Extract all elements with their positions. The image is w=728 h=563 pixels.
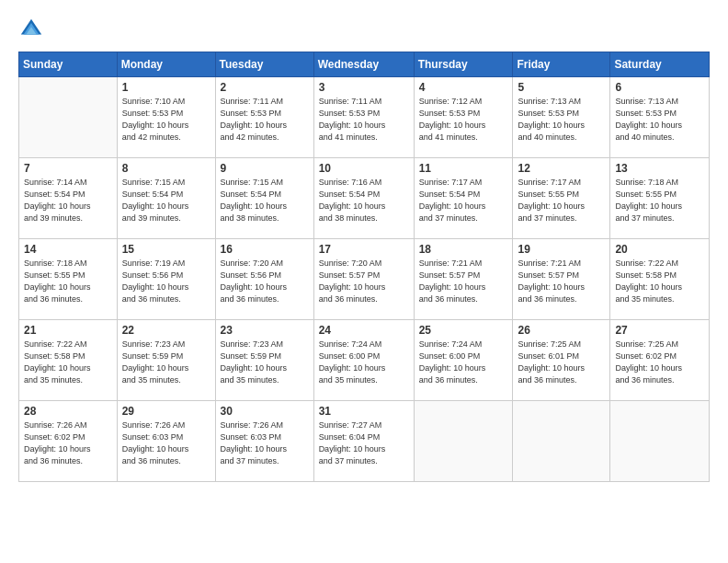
calendar-week-row: 7Sunrise: 7:14 AM Sunset: 5:54 PM Daylig… — [19, 158, 710, 239]
day-info: Sunrise: 7:26 AM Sunset: 6:03 PM Dayligh… — [122, 419, 210, 467]
day-number: 22 — [122, 324, 210, 337]
day-info: Sunrise: 7:18 AM Sunset: 5:55 PM Dayligh… — [615, 177, 704, 224]
day-info: Sunrise: 7:16 AM Sunset: 5:54 PM Dayligh… — [319, 177, 409, 224]
calendar-cell: 19Sunrise: 7:21 AM Sunset: 5:57 PM Dayli… — [513, 239, 610, 320]
calendar-cell: 23Sunrise: 7:23 AM Sunset: 5:59 PM Dayli… — [215, 320, 313, 401]
day-number: 16 — [221, 243, 309, 256]
day-number: 9 — [221, 162, 309, 175]
day-info: Sunrise: 7:11 AM Sunset: 5:53 PM Dayligh… — [319, 96, 409, 144]
calendar-cell: 28Sunrise: 7:26 AM Sunset: 6:02 PM Dayli… — [19, 401, 118, 482]
day-info: Sunrise: 7:21 AM Sunset: 5:57 PM Dayligh… — [518, 258, 605, 305]
day-number: 25 — [419, 324, 508, 337]
calendar-cell: 1Sunrise: 7:10 AM Sunset: 5:53 PM Daylig… — [117, 77, 215, 158]
calendar-cell: 9Sunrise: 7:15 AM Sunset: 5:54 PM Daylig… — [215, 158, 313, 239]
day-info: Sunrise: 7:13 AM Sunset: 5:53 PM Dayligh… — [518, 96, 605, 144]
day-info: Sunrise: 7:13 AM Sunset: 5:53 PM Dayligh… — [615, 96, 704, 144]
day-number: 3 — [319, 81, 409, 94]
calendar-day-header: Friday — [513, 52, 610, 77]
day-number: 21 — [24, 324, 112, 337]
day-number: 2 — [221, 81, 309, 94]
day-number: 4 — [419, 81, 508, 94]
day-info: Sunrise: 7:21 AM Sunset: 5:57 PM Dayligh… — [419, 258, 508, 305]
day-number: 11 — [419, 162, 508, 175]
day-number: 27 — [615, 324, 704, 337]
calendar-day-header: Sunday — [19, 52, 118, 77]
calendar-cell: 20Sunrise: 7:22 AM Sunset: 5:58 PM Dayli… — [610, 239, 710, 320]
day-info: Sunrise: 7:25 AM Sunset: 6:01 PM Dayligh… — [518, 339, 605, 386]
calendar-cell — [414, 401, 513, 482]
day-info: Sunrise: 7:17 AM Sunset: 5:54 PM Dayligh… — [419, 177, 508, 224]
calendar-week-row: 1Sunrise: 7:10 AM Sunset: 5:53 PM Daylig… — [19, 77, 710, 158]
day-number: 5 — [518, 81, 605, 94]
calendar-cell: 12Sunrise: 7:17 AM Sunset: 5:55 PM Dayli… — [513, 158, 610, 239]
calendar-cell: 31Sunrise: 7:27 AM Sunset: 6:04 PM Dayli… — [313, 401, 414, 482]
calendar-cell: 10Sunrise: 7:16 AM Sunset: 5:54 PM Dayli… — [313, 158, 414, 239]
day-number: 13 — [615, 162, 704, 175]
calendar-cell: 11Sunrise: 7:17 AM Sunset: 5:54 PM Dayli… — [414, 158, 513, 239]
calendar-day-header: Saturday — [610, 52, 710, 77]
day-number: 23 — [221, 324, 309, 337]
calendar-cell: 15Sunrise: 7:19 AM Sunset: 5:56 PM Dayli… — [117, 239, 215, 320]
calendar-cell: 18Sunrise: 7:21 AM Sunset: 5:57 PM Dayli… — [414, 239, 513, 320]
calendar-cell: 6Sunrise: 7:13 AM Sunset: 5:53 PM Daylig… — [610, 77, 710, 158]
day-info: Sunrise: 7:15 AM Sunset: 5:54 PM Dayligh… — [221, 177, 309, 224]
day-info: Sunrise: 7:26 AM Sunset: 6:02 PM Dayligh… — [24, 419, 112, 467]
day-info: Sunrise: 7:14 AM Sunset: 5:54 PM Dayligh… — [24, 177, 112, 224]
day-number: 12 — [518, 162, 605, 175]
day-info: Sunrise: 7:22 AM Sunset: 5:58 PM Dayligh… — [615, 258, 704, 305]
day-info: Sunrise: 7:11 AM Sunset: 5:53 PM Dayligh… — [221, 96, 309, 144]
day-number: 30 — [221, 405, 309, 418]
calendar-cell: 24Sunrise: 7:24 AM Sunset: 6:00 PM Dayli… — [313, 320, 414, 401]
day-number: 6 — [615, 81, 704, 94]
logo — [18, 17, 48, 42]
day-info: Sunrise: 7:19 AM Sunset: 5:56 PM Dayligh… — [122, 258, 210, 305]
calendar-cell: 17Sunrise: 7:20 AM Sunset: 5:57 PM Dayli… — [313, 239, 414, 320]
calendar-cell: 5Sunrise: 7:13 AM Sunset: 5:53 PM Daylig… — [513, 77, 610, 158]
calendar-week-row: 28Sunrise: 7:26 AM Sunset: 6:02 PM Dayli… — [19, 401, 710, 482]
logo-icon — [18, 17, 44, 42]
day-info: Sunrise: 7:27 AM Sunset: 6:04 PM Dayligh… — [319, 419, 409, 467]
page: SundayMondayTuesdayWednesdayThursdayFrid… — [0, 0, 728, 563]
day-number: 8 — [122, 162, 210, 175]
day-number: 28 — [24, 405, 112, 418]
calendar-cell: 4Sunrise: 7:12 AM Sunset: 5:53 PM Daylig… — [414, 77, 513, 158]
calendar-cell: 13Sunrise: 7:18 AM Sunset: 5:55 PM Dayli… — [610, 158, 710, 239]
day-number: 19 — [518, 243, 605, 256]
day-number: 26 — [518, 324, 605, 337]
calendar-day-header: Thursday — [414, 52, 513, 77]
day-info: Sunrise: 7:20 AM Sunset: 5:57 PM Dayligh… — [319, 258, 409, 305]
calendar-cell: 3Sunrise: 7:11 AM Sunset: 5:53 PM Daylig… — [313, 77, 414, 158]
calendar-cell — [610, 401, 710, 482]
calendar-cell — [19, 77, 118, 158]
calendar-cell: 26Sunrise: 7:25 AM Sunset: 6:01 PM Dayli… — [513, 320, 610, 401]
day-number: 18 — [419, 243, 508, 256]
day-info: Sunrise: 7:24 AM Sunset: 6:00 PM Dayligh… — [419, 339, 508, 386]
day-number: 7 — [24, 162, 112, 175]
day-number: 15 — [122, 243, 210, 256]
day-info: Sunrise: 7:23 AM Sunset: 5:59 PM Dayligh… — [221, 339, 309, 386]
calendar-cell: 22Sunrise: 7:23 AM Sunset: 5:59 PM Dayli… — [117, 320, 215, 401]
calendar-cell: 2Sunrise: 7:11 AM Sunset: 5:53 PM Daylig… — [215, 77, 313, 158]
calendar-cell: 14Sunrise: 7:18 AM Sunset: 5:55 PM Dayli… — [19, 239, 118, 320]
day-number: 17 — [319, 243, 409, 256]
header — [18, 17, 710, 42]
calendar-cell: 30Sunrise: 7:26 AM Sunset: 6:03 PM Dayli… — [215, 401, 313, 482]
day-info: Sunrise: 7:15 AM Sunset: 5:54 PM Dayligh… — [122, 177, 210, 224]
day-number: 29 — [122, 405, 210, 418]
calendar-cell: 16Sunrise: 7:20 AM Sunset: 5:56 PM Dayli… — [215, 239, 313, 320]
calendar-cell: 25Sunrise: 7:24 AM Sunset: 6:00 PM Dayli… — [414, 320, 513, 401]
calendar-day-header: Tuesday — [215, 52, 313, 77]
day-number: 1 — [122, 81, 210, 94]
calendar-table: SundayMondayTuesdayWednesdayThursdayFrid… — [18, 52, 710, 482]
day-number: 10 — [319, 162, 409, 175]
calendar-cell: 29Sunrise: 7:26 AM Sunset: 6:03 PM Dayli… — [117, 401, 215, 482]
day-info: Sunrise: 7:12 AM Sunset: 5:53 PM Dayligh… — [419, 96, 508, 144]
day-info: Sunrise: 7:18 AM Sunset: 5:55 PM Dayligh… — [24, 258, 112, 305]
calendar-cell: 27Sunrise: 7:25 AM Sunset: 6:02 PM Dayli… — [610, 320, 710, 401]
day-info: Sunrise: 7:10 AM Sunset: 5:53 PM Dayligh… — [122, 96, 210, 144]
day-info: Sunrise: 7:24 AM Sunset: 6:00 PM Dayligh… — [319, 339, 409, 386]
day-number: 20 — [615, 243, 704, 256]
day-info: Sunrise: 7:23 AM Sunset: 5:59 PM Dayligh… — [122, 339, 210, 386]
day-number: 31 — [319, 405, 409, 418]
calendar-cell: 21Sunrise: 7:22 AM Sunset: 5:58 PM Dayli… — [19, 320, 118, 401]
